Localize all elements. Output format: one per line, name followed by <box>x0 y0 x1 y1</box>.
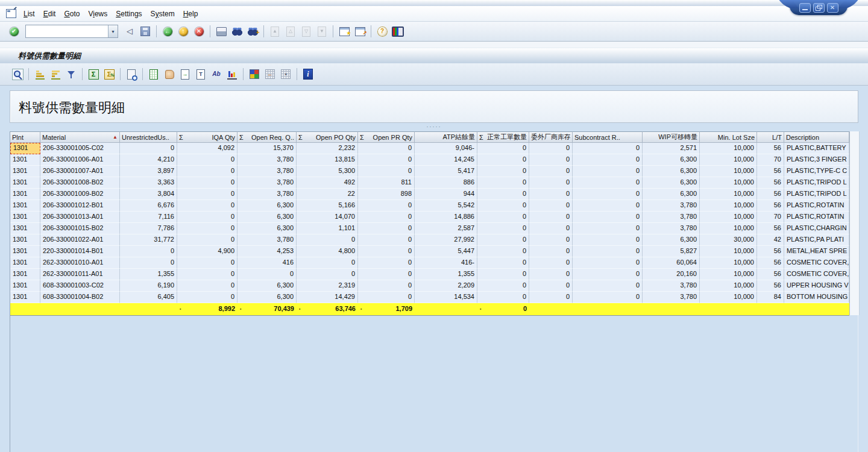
word-processing-button[interactable] <box>162 66 177 82</box>
create-shortcut-button[interactable] <box>353 24 367 39</box>
cell-material[interactable]: 206-330001013-A01 <box>40 212 120 223</box>
cell-wip_transferable[interactable]: 6,300 <box>643 177 700 189</box>
customize-local-layout-button[interactable] <box>391 24 405 39</box>
cell-plnt[interactable]: 1301 <box>10 166 40 177</box>
cell-subcon_vendor_stock[interactable]: 0 <box>529 143 573 154</box>
cell-open_po_qty[interactable]: 5,300 <box>297 166 358 177</box>
column-header-iqa_qty[interactable]: ΣIQA Qty <box>177 131 237 143</box>
cell-plnt[interactable]: 1301 <box>10 200 40 212</box>
cell-open_req_qty[interactable]: 4,253 <box>237 246 297 257</box>
cell-normal_wo_qty[interactable]: 0 <box>477 177 529 189</box>
cell-iqa_qty[interactable]: 0 <box>177 200 237 212</box>
cell-lt[interactable]: 42 <box>757 234 784 246</box>
cell-atp_balance[interactable]: 14,245 <box>415 154 477 166</box>
cell-min_lot_size[interactable]: 10,000 <box>700 280 757 292</box>
column-header-subcon_vendor_stock[interactable]: 委外厂商库存 <box>529 131 573 143</box>
cell-description[interactable]: PLASTIC,TYPE-C C <box>784 166 849 177</box>
cell-open_pr_qty[interactable]: 0 <box>358 257 415 269</box>
cell-unrestricted_use[interactable]: 6,190 <box>120 280 177 292</box>
cell-subcontract_r[interactable]: 0 <box>573 257 643 269</box>
cell-plnt[interactable]: 1301 <box>10 212 40 223</box>
cell-normal_wo_qty[interactable]: 0 <box>477 200 529 212</box>
cell-subcon_vendor_stock[interactable]: 0 <box>529 234 573 246</box>
cell-atp_balance[interactable]: 14,886 <box>415 212 477 223</box>
cell-unrestricted_use[interactable]: 3,897 <box>120 166 177 177</box>
cell-open_req_qty[interactable]: 3,780 <box>237 177 297 189</box>
cell-plnt[interactable]: 1301 <box>10 143 40 154</box>
cell-normal_wo_qty[interactable]: 0 <box>477 292 529 303</box>
cell-open_po_qty[interactable]: 4,800 <box>297 246 358 257</box>
cell-subcon_vendor_stock[interactable]: 0 <box>529 223 573 234</box>
cell-open_req_qty[interactable]: 3,780 <box>237 234 297 246</box>
subtotal-marker-icon[interactable]: ▪ <box>299 303 300 315</box>
cell-open_pr_qty[interactable]: 0 <box>358 143 415 154</box>
cell-description[interactable]: PLASTIC,BATTERY <box>784 143 849 154</box>
cell-lt[interactable]: 56 <box>757 246 784 257</box>
create-session-button[interactable] <box>337 24 351 39</box>
cell-unrestricted_use[interactable]: 6,676 <box>120 200 177 212</box>
cell-subcon_vendor_stock[interactable]: 0 <box>529 200 573 212</box>
cell-open_po_qty[interactable]: 13,815 <box>297 154 358 166</box>
cell-subcon_vendor_stock[interactable]: 0 <box>529 212 573 223</box>
cell-atp_balance[interactable]: 27,992 <box>415 234 477 246</box>
cell-min_lot_size[interactable]: 10,000 <box>700 257 757 269</box>
cell-description[interactable]: UPPER HOUSING V <box>784 280 849 292</box>
sort-descending-button[interactable] <box>48 66 63 82</box>
cell-subcon_vendor_stock[interactable]: 0 <box>529 177 573 189</box>
cell-subcontract_r[interactable]: 0 <box>573 200 643 212</box>
cell-min_lot_size[interactable]: 30,000 <box>700 234 757 246</box>
cell-unrestricted_use[interactable]: 4,210 <box>120 154 177 166</box>
cell-open_req_qty[interactable]: 416 <box>237 257 297 269</box>
cell-wip_transferable[interactable]: 3,780 <box>643 223 700 234</box>
cell-subcon_vendor_stock[interactable]: 0 <box>529 292 573 303</box>
minimize-button[interactable] <box>799 3 811 13</box>
cell-open_pr_qty[interactable]: 0 <box>358 292 415 303</box>
cell-material[interactable]: 262-330001010-A01 <box>40 257 120 269</box>
cell-iqa_qty[interactable]: 0 <box>177 257 237 269</box>
cell-material[interactable]: 262-330001011-A01 <box>40 269 120 280</box>
cell-description[interactable]: COSMETIC COVER, <box>784 257 849 269</box>
cell-description[interactable]: PLASTIC,TRIPOD L <box>784 189 849 200</box>
cell-plnt[interactable]: 1301 <box>10 177 40 189</box>
column-header-description[interactable]: Description <box>784 131 849 143</box>
cell-unrestricted_use[interactable]: 0 <box>120 246 177 257</box>
cell-wip_transferable[interactable]: 3,780 <box>643 200 700 212</box>
cell-atp_balance[interactable]: 1,355 <box>415 269 477 280</box>
cell-open_po_qty[interactable]: 5,166 <box>297 200 358 212</box>
cell-open_pr_qty[interactable]: 0 <box>358 154 415 166</box>
cell-material[interactable]: 206-330001006-A01 <box>40 154 120 166</box>
cell-material[interactable]: 206-330001009-B02 <box>40 189 120 200</box>
cell-iqa_qty[interactable]: 0 <box>177 292 237 303</box>
cell-open_pr_qty[interactable]: 0 <box>358 246 415 257</box>
cell-open_po_qty[interactable]: 2,319 <box>297 280 358 292</box>
cell-unrestricted_use[interactable]: 1,355 <box>120 269 177 280</box>
cell-normal_wo_qty[interactable]: 0 <box>477 154 529 166</box>
cell-atp_balance[interactable]: 416- <box>415 257 477 269</box>
cell-atp_balance[interactable]: 886 <box>415 177 477 189</box>
cell-subcontract_r[interactable]: 0 <box>573 234 643 246</box>
help-button[interactable]: ? <box>375 24 389 39</box>
find-button[interactable] <box>230 24 244 39</box>
subtotal-marker-icon[interactable]: ▪ <box>360 303 362 315</box>
subtotal-button[interactable]: Σ <box>102 66 116 82</box>
cell-lt[interactable]: 84 <box>757 292 784 303</box>
cell-plnt[interactable]: 1301 <box>10 280 40 292</box>
back-button[interactable]: ← <box>160 24 175 39</box>
cell-plnt[interactable]: 1301 <box>10 246 40 257</box>
cell-open_po_qty[interactable]: 0 <box>297 257 358 269</box>
cell-plnt[interactable]: 1301 <box>10 257 40 269</box>
cell-plnt[interactable]: 1301 <box>10 154 40 166</box>
cell-description[interactable]: PLASTIC,TRIPOD L <box>784 177 849 189</box>
cell-min_lot_size[interactable]: 10,000 <box>700 166 757 177</box>
cell-subcon_vendor_stock[interactable]: 0 <box>529 246 573 257</box>
cell-iqa_qty[interactable]: 0 <box>177 269 237 280</box>
cell-lt[interactable]: 56 <box>757 280 784 292</box>
cell-subcontract_r[interactable]: 0 <box>573 177 643 189</box>
cell-min_lot_size[interactable]: 10,000 <box>700 246 757 257</box>
column-header-plnt[interactable]: Plnt <box>10 131 40 143</box>
cell-open_req_qty[interactable]: 6,300 <box>237 212 297 223</box>
cell-description[interactable]: PLASTIC,CHARGIN <box>784 223 849 234</box>
cell-material[interactable]: 206-330001005-C02 <box>40 143 120 154</box>
cell-subcontract_r[interactable]: 0 <box>573 269 643 280</box>
cell-min_lot_size[interactable]: 10,000 <box>700 200 757 212</box>
